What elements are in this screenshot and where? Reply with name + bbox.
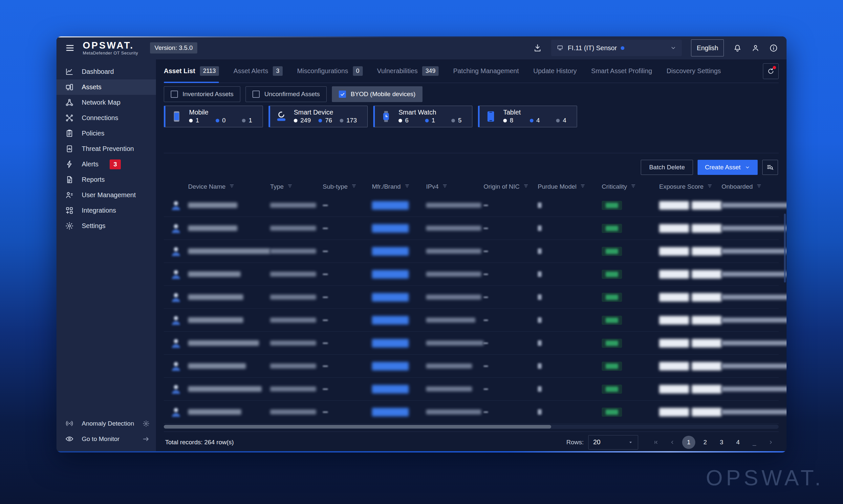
sidebar-item-user-management[interactable]: User Management (56, 187, 156, 203)
page-button-4[interactable]: 4 (732, 436, 744, 449)
column-header-criticality[interactable]: Criticality (602, 183, 659, 191)
table-row[interactable] (164, 378, 779, 401)
table-row[interactable] (164, 401, 779, 424)
tab-smart-asset-profiling[interactable]: Smart Asset Profiling (591, 59, 652, 83)
filter-label: Unconfirmed Assets (264, 91, 320, 98)
filter-icon[interactable] (707, 183, 713, 191)
tab-vulnerabilities[interactable]: Vulnerabilities349 (377, 59, 439, 83)
filter-icon[interactable] (287, 183, 294, 191)
sidebar-item-integrations[interactable]: Integrations (56, 203, 156, 218)
refresh-button[interactable] (763, 63, 779, 79)
column-header-onboarded[interactable]: Onboarded (722, 183, 779, 191)
tab-asset-alerts[interactable]: Asset Alerts3 (233, 59, 283, 83)
sidebar-item-assets[interactable]: Assets (56, 79, 156, 95)
batch-delete-button[interactable]: Batch Delete (641, 160, 693, 175)
sidebar-item-dashboard[interactable]: Dashboard (56, 64, 156, 79)
table-row[interactable] (164, 217, 779, 240)
stat-value: 5 (458, 117, 461, 124)
filter-icon[interactable] (229, 183, 235, 191)
filter-unconfirmed-assets[interactable]: Unconfirmed Assets (246, 86, 327, 102)
column-header-origin-of-nic[interactable]: Origin of NIC (484, 183, 538, 191)
device-card-tablet[interactable]: Tablet844 (478, 106, 577, 127)
table-row[interactable] (164, 309, 779, 332)
column-search-button[interactable] (762, 160, 778, 175)
table-row[interactable] (164, 263, 779, 286)
rows-per-page-select[interactable]: 20 (588, 435, 638, 450)
create-asset-button[interactable]: Create Asset (698, 160, 758, 175)
filter-icon[interactable] (580, 183, 586, 191)
filter-inventoried-assets[interactable]: Inventoried Assets (164, 86, 240, 102)
table-row[interactable] (164, 286, 779, 309)
pagination-ellipsis[interactable]: _ (748, 436, 761, 449)
page-button-3[interactable]: 3 (715, 436, 728, 449)
asset-table-panel: Batch Delete Create Asset Device NameTyp… (164, 153, 779, 429)
table-row[interactable] (164, 194, 779, 217)
table-cell (372, 201, 426, 210)
next-page-button[interactable] (764, 436, 777, 449)
brand-redacted (372, 385, 409, 393)
account-button[interactable] (751, 43, 760, 53)
menu-icon[interactable] (65, 43, 75, 53)
filter-icon[interactable] (756, 183, 762, 191)
sidebar-item-alerts[interactable]: Alerts3 (56, 157, 156, 172)
checkbox-checked-icon[interactable] (339, 91, 346, 98)
notifications-button[interactable] (733, 43, 742, 53)
device-card-mobile[interactable]: Mobile101 (164, 106, 263, 127)
sidebar-item-go-to-monitor[interactable]: Go to Monitor (56, 431, 156, 447)
sidebar-item-connections[interactable]: Connections (56, 110, 156, 126)
gear-icon[interactable] (142, 420, 150, 428)
table-row[interactable] (164, 332, 779, 355)
filter-icon[interactable] (523, 183, 529, 191)
tab-misconfigurations[interactable]: Misconfigurations0 (297, 59, 363, 83)
filter-icon[interactable] (351, 183, 357, 191)
sensor-dropdown[interactable]: FI.11 (IT) Sensor (551, 40, 682, 56)
checkbox-icon[interactable] (252, 91, 260, 98)
table-row[interactable] (164, 355, 779, 378)
tab-label: Asset List (164, 67, 195, 75)
page-button-2[interactable]: 2 (699, 436, 712, 449)
filter-byod-mobile-devices[interactable]: BYOD (Mobile devices) (332, 86, 422, 102)
language-button[interactable]: English (691, 39, 724, 56)
sidebar-item-network-map[interactable]: Network Map (56, 95, 156, 110)
sidebar-item-anomaly-detection[interactable]: Anomaly Detection (56, 416, 156, 431)
vertical-scrollbar[interactable] (784, 214, 786, 283)
tab-discovery-settings[interactable]: Discovery Settings (666, 59, 721, 83)
tab-update-history[interactable]: Update History (533, 59, 577, 83)
horizontal-scrollbar[interactable] (164, 425, 779, 429)
exposure-redacted (659, 339, 689, 347)
column-header-mfr-brand[interactable]: Mfr./Brand (372, 183, 426, 191)
filter-icon[interactable] (404, 183, 411, 191)
table-cell (484, 251, 538, 252)
arrow-right-icon[interactable] (142, 435, 150, 443)
scrollbar-thumb[interactable] (164, 425, 551, 429)
download-button[interactable] (533, 43, 542, 53)
tab-asset-list[interactable]: Asset List2113 (164, 59, 219, 83)
column-header-sub-type[interactable]: Sub-type (323, 183, 372, 191)
table-row[interactable] (164, 240, 779, 263)
previous-page-button[interactable] (666, 436, 679, 449)
device-stat: 1 (425, 117, 435, 124)
column-header-device-name[interactable]: Device Name (188, 183, 270, 191)
device-card-smart-device[interactable]: Smart Device24976173 (268, 106, 368, 127)
column-header-exposure-score[interactable]: Exposure Score (659, 183, 722, 191)
device-card-smart-watch[interactable]: Smart Watch615 (373, 106, 472, 127)
table-cell (484, 296, 538, 298)
exposure-cell (659, 270, 722, 278)
tab-patching-management[interactable]: Patching Management (453, 59, 519, 83)
sidebar-item-policies[interactable]: Policies (56, 126, 156, 141)
column-header-type[interactable]: Type (270, 183, 323, 191)
filter-icon[interactable] (442, 183, 449, 191)
sidebar-item-settings[interactable]: Settings (56, 218, 156, 234)
asset-avatar (164, 222, 188, 235)
origin-dash (484, 343, 488, 344)
column-header-purdue-model[interactable]: Purdue Model (538, 183, 602, 191)
first-page-button[interactable] (649, 436, 663, 449)
checkbox-icon[interactable] (171, 91, 178, 98)
asset-avatar (164, 383, 188, 395)
page-button-1[interactable]: 1 (682, 436, 695, 449)
sidebar-item-threat-prevention[interactable]: Threat Prevention (56, 141, 156, 157)
column-header-ipv4[interactable]: IPv4 (426, 183, 484, 191)
info-button[interactable] (769, 43, 778, 53)
filter-icon[interactable] (630, 183, 637, 191)
sidebar-item-reports[interactable]: Reports (56, 172, 156, 187)
